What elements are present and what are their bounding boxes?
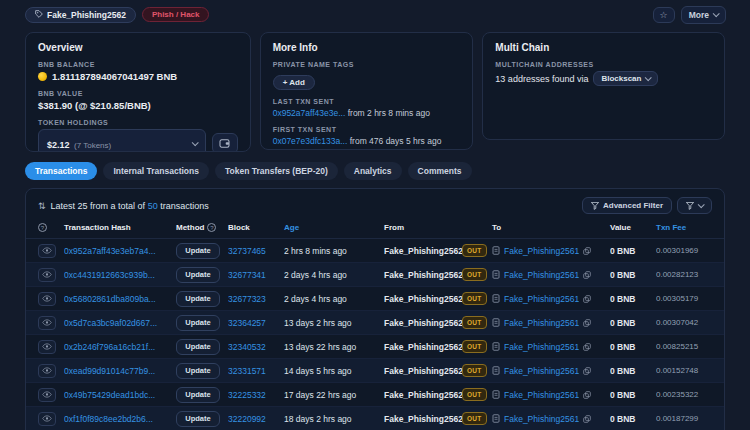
txn-fee-cell: 0.00307042 [656,318,712,327]
summary-count-link[interactable]: 50 [148,201,158,211]
value-cell: 0 BNB [610,390,656,400]
contract-icon [492,294,500,303]
col-age[interactable]: Age [284,223,384,232]
direction-badge: OUT [462,268,487,281]
copy-icon[interactable] [583,271,591,279]
txn-fee-cell: 0.00152748 [656,366,712,375]
eye-icon [42,367,52,374]
copy-icon[interactable] [583,391,591,399]
help-icon[interactable]: ? [38,223,47,232]
block-link[interactable]: 32331571 [228,366,284,376]
method-badge[interactable]: Update [176,315,220,331]
txn-fee-cell: 0.00825215 [656,342,712,351]
eye-button[interactable] [38,292,56,306]
tx-hash-link[interactable]: 0x952a7aff43e3eb7a4... [64,246,176,256]
more-button[interactable]: More [681,6,726,24]
from-cell: Fake_Phishing2562 [384,270,462,280]
copy-icon[interactable] [583,295,591,303]
block-link[interactable]: 32225332 [228,390,284,400]
tx-hash-link[interactable]: 0xf1f0f89c8ee2bd2b6... [64,414,176,424]
copy-icon[interactable] [583,415,591,423]
tx-hash-link[interactable]: 0x5d7ca3bc9af02d667... [64,318,176,328]
value-cell: 0 BNB [610,294,656,304]
tx-hash-link[interactable]: 0xc4431912663c939b... [64,270,176,280]
add-name-tag-button[interactable]: + Add [273,75,315,90]
filter-dropdown-button[interactable] [677,197,712,214]
tx-hash-link[interactable]: 0x49b75429dead1bdc... [64,390,176,400]
to-cell: Fake_Phishing2561 [492,318,610,328]
blockscan-dropdown[interactable]: Blockscan [593,71,658,86]
block-link[interactable]: 32220992 [228,414,284,424]
token-holdings-dropdown[interactable]: $2.12 (7 Tokens) [38,129,206,152]
direction-badge: OUT [462,388,487,401]
block-link[interactable]: 32677341 [228,270,284,280]
eye-button[interactable] [38,244,56,258]
method-badge[interactable]: Update [176,411,220,427]
copy-icon[interactable] [583,319,591,327]
contract-icon [492,246,500,255]
method-badge[interactable]: Update [176,267,220,283]
multichain-title: Multi Chain [495,42,712,53]
to-address-link[interactable]: Fake_Phishing2561 [504,246,579,256]
eye-icon [42,343,52,350]
tx-hash-link[interactable]: 0xead99d91014c77b9... [64,366,176,376]
block-link[interactable]: 32364257 [228,318,284,328]
help-icon[interactable]: ? [207,223,216,232]
sort-icon[interactable]: ⇅ [38,201,46,211]
eye-button[interactable] [38,412,56,426]
eye-button[interactable] [38,316,56,330]
to-address-link[interactable]: Fake_Phishing2561 [504,390,579,400]
to-address-link[interactable]: Fake_Phishing2561 [504,318,579,328]
tx-hash-link[interactable]: 0x56802861dba809ba... [64,294,176,304]
more-button-label: More [689,10,709,20]
advanced-filter-button[interactable]: Advanced Filter [582,197,672,214]
col-txn-fee[interactable]: Txn Fee [656,223,712,232]
tab-comments[interactable]: Comments [408,162,472,180]
method-badge[interactable]: Update [176,387,220,403]
age-cell: 18 days 2 hrs ago [284,414,384,424]
block-link[interactable]: 32340532 [228,342,284,352]
from-cell: Fake_Phishing2562 [384,294,462,304]
to-address-link[interactable]: Fake_Phishing2561 [504,342,579,352]
copy-icon[interactable] [583,343,591,351]
eye-button[interactable] [38,388,56,402]
address-tag-badge[interactable]: Fake_Phishing2562 [25,7,136,23]
block-link[interactable]: 32737465 [228,246,284,256]
chevron-down-icon [713,10,720,17]
block-link[interactable]: 32677323 [228,294,284,304]
to-address-link[interactable]: Fake_Phishing2561 [504,270,579,280]
value-cell: 0 BNB [610,318,656,328]
copy-icon[interactable] [583,367,591,375]
method-badge[interactable]: Update [176,291,220,307]
favorite-button[interactable]: ☆ [653,7,675,23]
tab-transactions[interactable]: Transactions [25,162,97,180]
tab-internal-transactions[interactable]: Internal Transactions [103,162,209,180]
first-txn-hash-link[interactable]: 0x07e7e3dfc133a... [273,136,348,146]
table-header: ? Transaction Hash Method ? Block Age Fr… [26,220,724,239]
tab-analytics[interactable]: Analytics [344,162,402,180]
contract-icon [492,318,500,327]
method-badge[interactable]: Update [176,243,220,259]
last-txn-hash-link[interactable]: 0x952a7aff43e3e... [273,108,346,118]
age-cell: 2 days 4 hrs ago [284,294,384,304]
risk-badge: Phish / Hack [142,7,210,22]
eye-button[interactable] [38,364,56,378]
to-address-link[interactable]: Fake_Phishing2561 [504,366,579,376]
to-address-link[interactable]: Fake_Phishing2561 [504,414,579,424]
method-badge[interactable]: Update [176,363,220,379]
wallet-button[interactable] [212,133,238,153]
eye-button[interactable] [38,268,56,282]
table-row: 0x5d7ca3bc9af02d667... Update 32364257 1… [26,311,724,335]
method-badge[interactable]: Update [176,339,220,355]
blockscan-label: Blockscan [601,74,641,83]
tx-hash-link[interactable]: 0x2b246f796a16cb21f... [64,342,176,352]
tab-bar: Transactions Internal Transactions Token… [0,162,750,180]
value-cell: 0 BNB [610,366,656,376]
eye-button[interactable] [38,340,56,354]
bnb-coin-icon [38,72,47,81]
copy-icon[interactable] [583,247,591,255]
table-row: 0xc4431912663c939b... Update 32677341 2 … [26,263,724,287]
tab-token-transfers[interactable]: Token Transfers (BEP-20) [215,162,338,180]
to-address-link[interactable]: Fake_Phishing2561 [504,294,579,304]
age-cell: 13 days 2 hrs ago [284,318,384,328]
